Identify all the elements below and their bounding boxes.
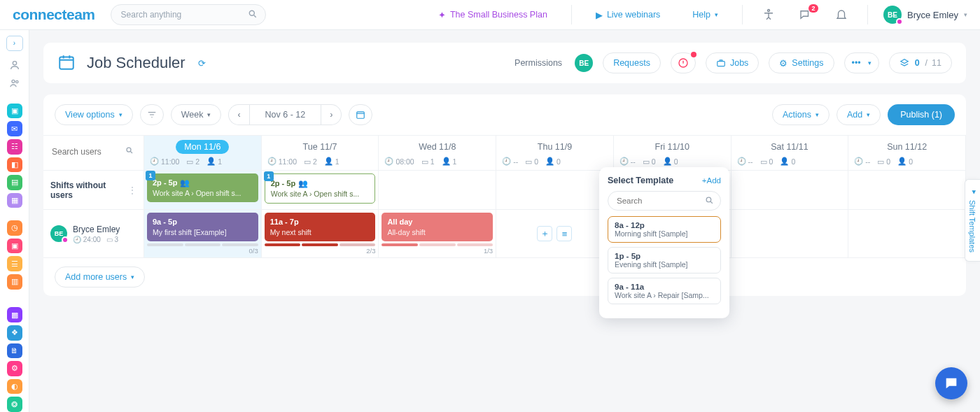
cell-unassigned-sun[interactable] [848, 171, 966, 210]
accessibility-button[interactable] [758, 8, 779, 21]
template-item[interactable]: 8a - 12p Morning shift [Sample] [608, 216, 721, 243]
nav-item-9[interactable]: ☰ [7, 256, 22, 271]
nav-item-3[interactable]: ☷ [7, 139, 22, 155]
nav-item-4[interactable]: ◧ [7, 157, 22, 173]
nav-item-16[interactable]: ❂ [7, 397, 22, 412]
page-header: Job Scheduler ⟳ Permissions BE Requests … [43, 43, 966, 83]
filter-button[interactable] [140, 104, 164, 125]
cell-unassigned-tue[interactable]: 1 2p - 5p 👥 Work site A › Open shift s..… [262, 171, 379, 210]
brand-logo[interactable]: connecteam [13, 6, 95, 23]
date-range-label[interactable]: Nov 6 - 12 [249, 104, 322, 125]
chat-fab[interactable] [935, 367, 967, 399]
svg-line-13 [710, 201, 713, 204]
shift-card[interactable]: 1 2p - 5p 👥 Work site A › Open shift s..… [147, 173, 258, 202]
cell-unassigned-sat[interactable] [732, 171, 849, 210]
calendar-button[interactable] [349, 104, 372, 125]
cell-user-sun[interactable] [848, 210, 966, 258]
nav-item-15[interactable]: ◐ [7, 379, 22, 395]
global-search[interactable] [111, 4, 266, 25]
template-item[interactable]: 1p - 5p Evening shift [Sample] [608, 247, 721, 274]
calendar-icon [57, 53, 77, 73]
cell-user-tue[interactable]: 11a - 7p My next shift 2/3 [262, 210, 379, 258]
nav-item-1[interactable]: ▣ [7, 104, 22, 119]
day-header-sun[interactable]: Sun 11/12 🕘 --▭ 0👤 0 [848, 136, 966, 171]
cell-user-thu[interactable]: ＋ ≡ [496, 210, 614, 258]
webinars-link[interactable]: ▶ Live webinars [587, 0, 668, 30]
cell-unassigned-mon[interactable]: 1 2p - 5p 👥 Work site A › Open shift s..… [144, 171, 262, 210]
nav-item-7[interactable]: ◷ [7, 220, 22, 236]
add-more-users-button[interactable]: Add more users▾ [55, 267, 145, 287]
messages-button[interactable]: 2 [794, 8, 816, 21]
day-header-mon[interactable]: Mon 11/6 🕘 11:00▭ 2👤 1 [144, 136, 262, 171]
template-search-input[interactable] [608, 191, 721, 211]
row-menu-button[interactable]: ⋮ [128, 185, 136, 195]
svg-point-2 [768, 10, 770, 12]
requests-button[interactable]: Requests [603, 52, 661, 73]
day-header-wed[interactable]: Wed 11/8 🕘 08:00▭ 1👤 1 [379, 136, 496, 171]
avatar: BE [883, 6, 902, 24]
day-header-thu[interactable]: Thu 11/9 🕘 --▭ 0👤 0 [496, 136, 614, 171]
shift-card[interactable]: 1 2p - 5p 👥 Work site A › Open shift s..… [265, 173, 376, 204]
shift-card[interactable]: All day All-day shift [382, 213, 493, 241]
nav-item-5[interactable]: ▤ [7, 175, 22, 190]
settings-button[interactable]: ⚙ Settings [769, 52, 834, 73]
cell-user-wed[interactable]: All day All-day shift 1/3 [379, 210, 496, 258]
day-header-sat[interactable]: Sat 11/11 🕘 --▭ 0👤 0 [732, 136, 849, 171]
permissions-avatar[interactable]: BE [575, 54, 593, 72]
more-button[interactable]: ••• ▾ [844, 52, 879, 73]
published-count[interactable]: 0 / 11 [889, 52, 952, 73]
cell-unassigned-thu[interactable] [496, 171, 614, 210]
svg-line-11 [131, 152, 133, 154]
global-search-input[interactable] [111, 4, 266, 25]
nav-item-2[interactable]: ✉ [7, 121, 22, 136]
day-header-tue[interactable]: Tue 11/7 🕘 11:00▭ 2👤 1 [262, 136, 379, 171]
shift-card[interactable]: 11a - 7p My next shift [265, 213, 376, 241]
day-header-fri[interactable]: Fri 11/10 🕘 --▭ 0👤 0 [614, 136, 732, 171]
view-options-button[interactable]: View options▾ [55, 104, 133, 125]
jobs-button[interactable]: Jobs [706, 52, 759, 73]
nav-item-14[interactable]: ⚙ [7, 361, 22, 376]
shift-menu-button[interactable]: ≡ [556, 226, 572, 241]
gear-icon: ⚙ [779, 58, 788, 69]
nav-item-11[interactable]: ▩ [7, 307, 22, 322]
actions-button[interactable]: Actions▾ [772, 104, 830, 125]
job-count-icon: ▭ 2 [186, 157, 200, 166]
publish-button[interactable]: Publish (1) [888, 104, 955, 125]
search-users-input[interactable] [49, 143, 138, 161]
layers-icon [899, 58, 909, 68]
nav-item-10[interactable]: ▥ [7, 274, 22, 290]
shift-card[interactable]: 9a - 5p My first shift [Example] [147, 213, 258, 241]
date-range-picker[interactable]: ‹ Nov 6 - 12 › [228, 104, 342, 125]
cell-user-mon[interactable]: 9a - 5p My first shift [Example] 0/3 [144, 210, 262, 258]
plan-link[interactable]: ✦ The Small Business Plan [430, 0, 556, 30]
user-menu[interactable]: BE Bryce Emley ▾ [883, 6, 967, 24]
search-icon [125, 146, 134, 155]
nav-item-6[interactable]: ▦ [7, 193, 22, 208]
add-button[interactable]: Add▾ [836, 104, 881, 125]
help-link[interactable]: Help ▾ [684, 0, 727, 30]
avatar: BE [50, 225, 67, 242]
nav-item-8[interactable]: ▣ [7, 239, 22, 254]
popover-add-button[interactable]: +Add [702, 176, 721, 185]
rail-expand-button[interactable]: › [6, 36, 23, 51]
nav-item-13[interactable]: 🗎 [7, 343, 22, 359]
side-tab-label: Shift Templates [969, 200, 977, 253]
shift-templates-tab[interactable]: Shift Templates ▴ [965, 179, 980, 262]
prev-week-button[interactable]: ‹ [228, 104, 248, 125]
day-label: Wed 11/8 [410, 140, 464, 154]
template-item[interactable]: 9a - 11a Work site A › Repair [Samp... [608, 278, 721, 304]
chevron-down-icon: ▾ [715, 11, 718, 18]
notifications-button[interactable] [831, 8, 852, 21]
alert-button[interactable] [671, 52, 696, 73]
popover-title: Select Template [608, 176, 673, 185]
cell-unassigned-wed[interactable] [379, 171, 496, 210]
nav-users-icon[interactable] [7, 76, 22, 91]
nav-item-12[interactable]: ❖ [7, 325, 22, 341]
refresh-icon[interactable]: ⟳ [198, 58, 206, 69]
granularity-button[interactable]: Week▾ [171, 104, 222, 125]
next-week-button[interactable]: › [321, 104, 342, 125]
nav-user-icon[interactable] [7, 58, 22, 73]
clock-icon: 🕘 11:00 [150, 157, 179, 166]
add-shift-button[interactable]: ＋ [537, 226, 552, 241]
cell-user-sat[interactable] [732, 210, 849, 258]
